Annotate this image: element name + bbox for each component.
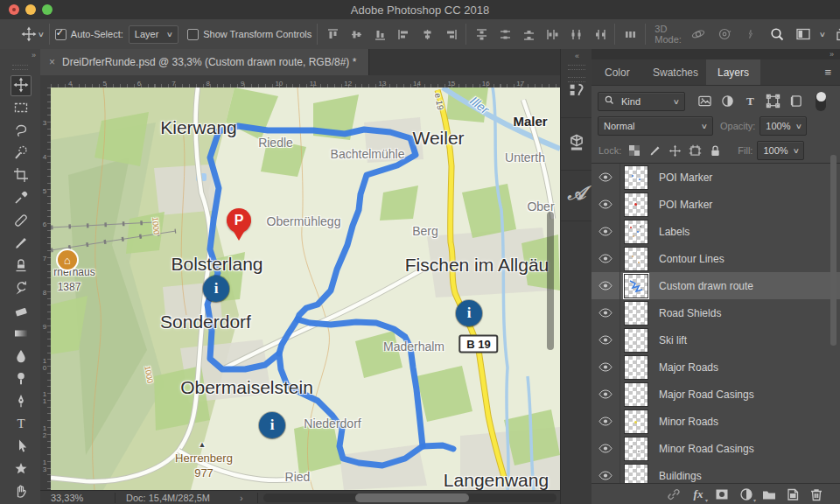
- 3d-flash-icon[interactable]: [741, 24, 760, 44]
- distribute-horizontal-centers-icon[interactable]: [566, 24, 585, 44]
- lock-all-icon[interactable]: [706, 143, 724, 158]
- layer-name[interactable]: Minor Roads: [659, 416, 718, 428]
- layer-name[interactable]: Labels: [659, 226, 690, 238]
- canvas-horizontal-scrollbar[interactable]: [263, 494, 556, 502]
- hand-tool[interactable]: [10, 481, 32, 502]
- layer-thumbnail[interactable]: [624, 464, 648, 485]
- smart-object-filter-icon[interactable]: [788, 94, 803, 110]
- document-canvas[interactable]: KierwangWeilerBolsterlangSonderdorfOberm…: [51, 88, 560, 490]
- blur-tool[interactable]: [10, 346, 32, 368]
- lock-paint-icon[interactable]: [646, 143, 663, 158]
- horizontal-scrollbar-thumb[interactable]: [355, 494, 469, 502]
- tool-preset-chevron-icon[interactable]: ∨: [38, 31, 45, 38]
- layer-thumbnail[interactable]: [624, 355, 648, 380]
- layer-thumbnail[interactable]: [624, 220, 648, 244]
- gradient-tool[interactable]: [10, 324, 32, 345]
- workspace-switcher-icon[interactable]: [794, 24, 813, 44]
- delete-layer-button[interactable]: [808, 486, 825, 502]
- eraser-tool[interactable]: [10, 301, 32, 322]
- layer-row[interactable]: Major Road Casings: [592, 381, 840, 409]
- layer-thumbnail[interactable]: [624, 437, 648, 461]
- document-tab[interactable]: × DreiDrferRunde.psd @ 33,3% (Custom dra…: [40, 49, 369, 75]
- layer-row[interactable]: Buildings: [592, 462, 840, 484]
- document-size-info[interactable]: Doc: 15,4M/282,5M: [126, 493, 210, 503]
- add-layer-mask-button[interactable]: [713, 486, 731, 502]
- horizontal-ruler[interactable]: 4567891011121314151617: [51, 75, 560, 88]
- layers-scrollbar-thumb[interactable]: [830, 155, 836, 346]
- layer-name[interactable]: Custom drawn route: [659, 280, 753, 292]
- distribute-right-edges-icon[interactable]: [590, 24, 609, 44]
- layer-row[interactable]: Contour Lines: [592, 245, 840, 273]
- rectangular-marquee-tool[interactable]: [10, 98, 32, 119]
- fill-value-dropdown[interactable]: 100%∨: [757, 141, 804, 160]
- layer-thumbnail[interactable]: [624, 192, 648, 217]
- layer-name[interactable]: Buildings: [659, 470, 702, 482]
- eyedropper-tool[interactable]: [10, 188, 32, 209]
- layer-visibility-eye-icon[interactable]: [592, 326, 620, 354]
- blend-mode-dropdown[interactable]: Normal∨: [598, 116, 713, 136]
- toolbar-grip[interactable]: [12, 65, 28, 70]
- share-icon[interactable]: [832, 24, 840, 44]
- layer-thumbnail[interactable]: [624, 165, 648, 190]
- layer-name[interactable]: POI Marker: [659, 199, 712, 211]
- layer-thumbnail[interactable]: [624, 328, 648, 353]
- tab-swatches[interactable]: Swatches: [641, 60, 710, 85]
- layer-visibility-eye-icon[interactable]: [592, 191, 620, 218]
- spot-healing-brush-tool[interactable]: [10, 211, 32, 232]
- layer-name[interactable]: Minor Road Casings: [659, 443, 754, 455]
- distribute-vertical-centers-icon[interactable]: [495, 24, 514, 44]
- layer-thumbnail[interactable]: [624, 382, 648, 407]
- layer-name[interactable]: Road Shields: [659, 307, 721, 319]
- crop-tool[interactable]: [10, 165, 32, 186]
- auto-select-checkbox[interactable]: Auto-Select:: [55, 29, 123, 40]
- adjustment-layer-filter-icon[interactable]: [720, 94, 735, 110]
- layer-visibility-eye-icon[interactable]: [592, 354, 620, 381]
- properties-panel-icon[interactable]: [561, 80, 592, 103]
- layer-row[interactable]: Minor Roads: [592, 408, 840, 436]
- lock-position-icon[interactable]: [666, 143, 683, 158]
- lasso-tool[interactable]: [10, 121, 32, 142]
- layer-row[interactable]: POI Marker: [592, 164, 840, 192]
- tab-color[interactable]: Color: [593, 60, 641, 85]
- layer-name[interactable]: Contour Lines: [659, 253, 724, 265]
- dodge-tool[interactable]: [10, 368, 32, 389]
- layer-row[interactable]: POI Marker: [592, 191, 840, 219]
- layer-visibility-eye-icon[interactable]: [592, 462, 620, 484]
- search-icon[interactable]: [767, 24, 787, 44]
- dock-collapse-chevron-icon[interactable]: ‹‹: [561, 52, 592, 60]
- align-bottom-edges-icon[interactable]: [370, 24, 389, 44]
- layer-row[interactable]: Custom drawn route: [592, 272, 840, 300]
- type-layer-filter-icon[interactable]: T: [743, 94, 758, 110]
- show-transform-controls-checkbox[interactable]: Show Transform Controls: [187, 29, 312, 40]
- zoom-level[interactable]: 33,33%: [51, 493, 83, 503]
- libraries-panel-icon[interactable]: [561, 133, 592, 154]
- layer-visibility-eye-icon[interactable]: [592, 299, 620, 326]
- layer-thumbnail[interactable]: [624, 247, 648, 271]
- layer-visibility-eye-icon[interactable]: [592, 218, 620, 245]
- layer-thumbnail[interactable]: [624, 410, 648, 434]
- brush-tool[interactable]: [10, 234, 32, 255]
- layer-name[interactable]: Ski lift: [659, 334, 687, 346]
- layer-visibility-eye-icon[interactable]: [592, 164, 620, 191]
- distribute-spacing-icon[interactable]: [620, 24, 640, 44]
- auto-select-target-dropdown[interactable]: Layer∨: [129, 25, 178, 44]
- glyphs-panel-icon[interactable]: 𝒜: [561, 182, 592, 205]
- status-chevron-icon[interactable]: ›: [240, 493, 243, 503]
- path-selection-tool[interactable]: [10, 437, 32, 458]
- layer-visibility-eye-icon[interactable]: [592, 381, 620, 408]
- opacity-value-dropdown[interactable]: 100%∨: [760, 116, 807, 136]
- layer-thumbnail[interactable]: [624, 274, 648, 298]
- align-horizontal-centers-icon[interactable]: [417, 24, 437, 44]
- new-layer-button[interactable]: [784, 486, 802, 502]
- move-tool[interactable]: [10, 75, 32, 96]
- layer-visibility-eye-icon[interactable]: [592, 408, 620, 435]
- close-tab-icon[interactable]: ×: [49, 56, 55, 68]
- lock-transparent-icon[interactable]: [626, 143, 643, 158]
- align-left-edges-icon[interactable]: [394, 24, 413, 44]
- layer-row[interactable]: Labels: [592, 218, 840, 246]
- layer-name[interactable]: Major Roads: [659, 361, 718, 374]
- layer-thumbnail[interactable]: [624, 301, 648, 326]
- layer-visibility-eye-icon[interactable]: [592, 245, 620, 272]
- align-top-edges-icon[interactable]: [323, 24, 342, 44]
- layer-row[interactable]: Minor Road Casings: [592, 435, 840, 463]
